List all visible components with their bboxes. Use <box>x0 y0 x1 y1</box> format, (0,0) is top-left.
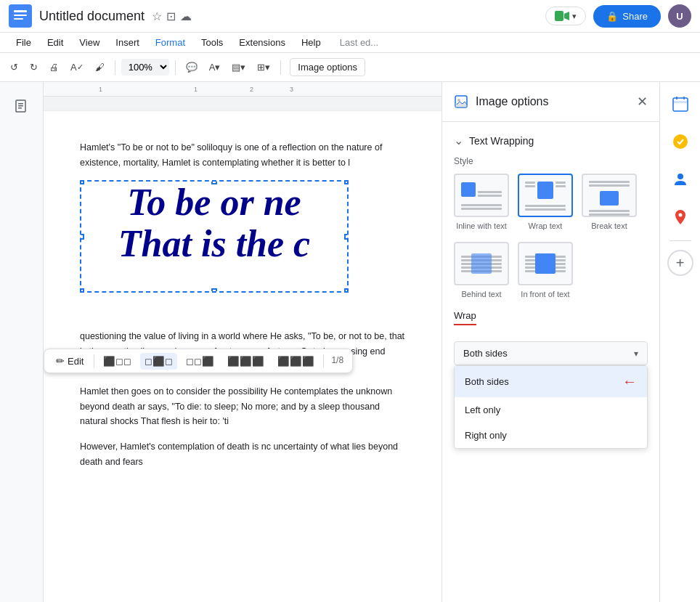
handle-br[interactable] <box>344 288 349 293</box>
meet-button[interactable]: ▾ <box>545 7 586 25</box>
edit-image-button[interactable]: ✏ Edit <box>50 352 89 370</box>
svg-point-17 <box>673 134 688 149</box>
svg-rect-7 <box>18 103 23 105</box>
image-panel-icon <box>454 94 468 109</box>
line-color-button[interactable]: A▾ <box>205 59 225 76</box>
handle-ml[interactable] <box>80 234 84 240</box>
wrap-dropdown-menu: Both sides ← Left only Right only <box>454 365 648 449</box>
separator-3 <box>280 60 281 75</box>
svg-rect-14 <box>673 101 688 103</box>
print-button[interactable]: 🖨 <box>45 59 63 76</box>
dropdown-option-both-sides[interactable]: Both sides ← <box>455 366 647 397</box>
red-arrow-icon: ← <box>622 373 637 390</box>
menu-insert[interactable]: Insert <box>108 34 147 51</box>
selected-image[interactable]: To be or ne That is the c <box>80 180 349 293</box>
doc-title[interactable]: Untitled document <box>39 9 145 24</box>
style-inline[interactable]: Inline with text <box>454 174 509 230</box>
separator-2 <box>175 60 176 75</box>
svg-rect-2 <box>14 15 27 16</box>
ft-align-justify[interactable]: ⬛⬛⬛ <box>223 353 269 370</box>
menu-format[interactable]: Format <box>148 34 192 51</box>
dropdown-selected: Both sides <box>463 348 508 359</box>
redo-button[interactable]: ↻ <box>25 59 42 76</box>
doc-para-4: However, Hamlet's contemplation of death… <box>80 439 405 469</box>
spell-check-button[interactable]: A✓ <box>66 59 88 76</box>
chevron-down-icon: ▾ <box>634 349 638 359</box>
wrap-dropdown[interactable]: Both sides ▾ <box>454 341 648 365</box>
menu-edit[interactable]: Edit <box>40 34 70 51</box>
ft-align-center[interactable]: ◻⬛◻ <box>140 353 177 370</box>
image-options-toolbar-button[interactable]: Image options <box>290 58 365 76</box>
table-button[interactable]: ⊞▾ <box>253 59 274 76</box>
add-apps-button[interactable]: + <box>667 250 693 276</box>
style-front[interactable]: In front of text <box>518 242 573 298</box>
dropdown-option-left-only[interactable]: Left only <box>455 397 647 423</box>
handle-tl[interactable] <box>80 180 84 184</box>
menu-help[interactable]: Help <box>294 34 328 51</box>
style-options-row2: Behind text <box>454 242 648 298</box>
handle-bm[interactable] <box>211 288 217 293</box>
ft-align-other[interactable]: ⬛⬛⬛ <box>273 353 319 370</box>
style-behind[interactable]: Behind text <box>454 242 509 298</box>
top-right-actions: ▾ 🔒 Share U <box>545 4 691 28</box>
svg-point-18 <box>677 174 683 179</box>
handle-bl[interactable] <box>80 288 84 293</box>
style-wrap[interactable]: Wrap text <box>518 174 573 230</box>
save-to-drive-icon[interactable]: ⊡ <box>166 9 176 23</box>
image-content: To be or ne That is the c <box>81 182 347 264</box>
ruler: 1 1 2 3 <box>44 82 441 97</box>
lock-icon: 🔒 <box>606 11 618 22</box>
menu-file[interactable]: File <box>9 34 38 51</box>
border-button[interactable]: ▤▾ <box>227 59 250 76</box>
calendar-icon[interactable] <box>666 89 695 118</box>
sidebar-pages-icon[interactable] <box>9 94 35 120</box>
chevron-down-icon: ⌄ <box>454 134 463 147</box>
panel-title: Image options <box>476 95 630 108</box>
style-break[interactable]: Break text <box>582 174 637 230</box>
undo-button[interactable]: ↺ <box>6 59 23 76</box>
panel-close-button[interactable]: ✕ <box>637 94 648 110</box>
title-icons: ☆ ⊡ ☁ <box>152 9 192 23</box>
style-label: Style <box>454 156 648 166</box>
last-edit[interactable]: Last ed... <box>333 34 386 51</box>
text-wrapping-section: ⌄ Text Wrapping Style <box>442 122 659 418</box>
handle-tm[interactable] <box>211 180 217 184</box>
doc-para-3: Hamlet then goes on to consider the poss… <box>80 384 405 429</box>
svg-rect-3 <box>14 18 23 20</box>
cloud-icon[interactable]: ☁ <box>180 9 192 23</box>
break-style-box <box>582 174 637 217</box>
section-header[interactable]: ⌄ Text Wrapping <box>454 134 648 147</box>
ft-align-left[interactable]: ⬛◻◻ <box>99 353 136 370</box>
wrap-style-label: Wrap text <box>529 221 563 230</box>
ft-sep-2 <box>323 354 324 367</box>
wrap-style-box <box>518 174 573 217</box>
handle-tr[interactable] <box>344 180 349 184</box>
star-icon[interactable]: ☆ <box>152 9 162 23</box>
doc-para-1: Hamlet's "To be or not to be" soliloquy … <box>80 140 405 170</box>
user-avatar[interactable]: U <box>668 4 691 28</box>
sidebar-divider <box>670 240 691 241</box>
break-style-label: Break text <box>591 221 627 230</box>
svg-rect-1 <box>14 10 27 12</box>
comment-button[interactable]: 💬 <box>182 59 202 76</box>
svg-rect-13 <box>673 98 688 111</box>
doc-area: 1 2 3 4 5 Hamlet's "To be or not to be" … <box>44 97 441 602</box>
share-button[interactable]: 🔒 Share <box>593 5 661 28</box>
paint-format-button[interactable]: 🖌 <box>91 59 109 76</box>
zoom-select[interactable]: 100% <box>121 59 169 76</box>
image-options-panel: Image options ✕ ⌄ Text Wrapping Style <box>441 82 659 602</box>
section-title: Text Wrapping <box>469 135 534 147</box>
handle-mr[interactable] <box>344 234 349 240</box>
tasks-icon[interactable] <box>666 127 695 156</box>
maps-icon[interactable] <box>666 203 695 232</box>
people-icon[interactable] <box>666 165 695 194</box>
menu-tools[interactable]: Tools <box>194 34 230 51</box>
behind-style-box <box>454 242 509 285</box>
ft-align-right[interactable]: ◻◻⬛ <box>182 353 219 370</box>
svg-point-12 <box>457 99 460 102</box>
dropdown-option-right-only[interactable]: Right only <box>455 423 647 448</box>
menu-extensions[interactable]: Extensions <box>232 34 293 51</box>
floating-toolbar: ✏ Edit ⬛◻◻ ◻⬛◻ ◻◻⬛ ⬛⬛⬛ ⬛⬛⬛ 1/8 <box>44 349 353 373</box>
svg-rect-4 <box>555 11 563 21</box>
menu-view[interactable]: View <box>72 34 107 51</box>
